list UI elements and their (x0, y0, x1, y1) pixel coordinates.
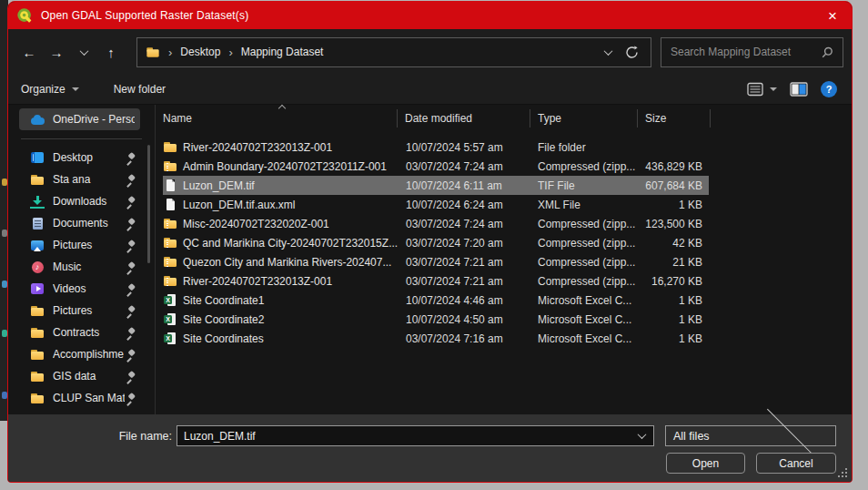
view-mode-button[interactable] (747, 82, 777, 97)
sidebar-item-downloads[interactable]: Downloads (19, 190, 140, 212)
sidebar-item-sta-ana[interactable]: Sta ana (19, 168, 140, 190)
file-row[interactable]: Luzon_DEM.tif10/07/2024 6:11 amTIF File6… (163, 176, 709, 195)
sidebar-item-onedrive-personal[interactable]: OneDrive - Personal (19, 108, 140, 130)
organize-button[interactable]: Organize (21, 83, 79, 96)
file-row[interactable]: Quezon City and Marikina Rivers-202407..… (163, 252, 709, 271)
sidebar-item-pictures[interactable]: Pictures (19, 234, 140, 256)
date-modified-cell: 03/07/2024 7:16 am (398, 332, 530, 345)
sidebar-item-gis-data[interactable]: GIS data (19, 365, 140, 387)
file-name-cell: River-20240702T232013Z-001 (163, 274, 398, 289)
main-area: OneDrive - PersonalDesktopSta anaDownloa… (8, 105, 852, 414)
type-cell: Microsoft Excel C... (530, 294, 638, 307)
file-type-select[interactable]: All files (665, 425, 836, 446)
file-name-combo (177, 425, 654, 446)
file-name-text: River-20240702T232013Z-001 (183, 141, 332, 154)
file-name-label: File name: (99, 430, 172, 443)
file-row[interactable]: River-20240702T232013Z-00110/07/2024 5:5… (163, 138, 709, 157)
sidebar-item-pictures[interactable]: Pictures (19, 300, 140, 322)
preview-pane-icon (790, 82, 808, 97)
downloads-icon (30, 194, 45, 209)
new-folder-button[interactable]: New folder (114, 83, 166, 96)
excel-icon (163, 312, 177, 327)
excel-icon (163, 332, 177, 346)
size-cell: 42 KB (638, 237, 709, 250)
date-modified-cell: 10/07/2024 4:46 am (398, 294, 530, 307)
sidebar-item-documents[interactable]: Documents (19, 212, 140, 234)
back-button[interactable]: ← (15, 39, 43, 65)
breadcrumb-item-desktop[interactable]: Desktop (180, 46, 220, 58)
folder-icon (30, 325, 45, 340)
size-cell: 21 KB (638, 256, 709, 269)
search-input[interactable] (671, 46, 822, 58)
search-icon (822, 46, 833, 58)
date-modified-cell: 03/07/2024 7:20 am (398, 237, 530, 250)
chevron-down-icon (770, 87, 777, 91)
file-row[interactable]: QC and Marikina City-20240702T232015Z...… (163, 233, 709, 252)
date-modified-cell: 10/07/2024 6:11 am (398, 179, 530, 192)
breadcrumb[interactable]: › Desktop › Mapping Dataset (136, 37, 651, 67)
search-box (661, 37, 843, 67)
breadcrumb-item-mapping-dataset[interactable]: Mapping Dataset (241, 46, 324, 58)
file-row[interactable]: Misc-20240702T232020Z-00103/07/2024 7:24… (163, 214, 709, 233)
pictures-icon (30, 238, 45, 252)
refresh-button[interactable] (620, 38, 643, 66)
file-name-cell: River-20240702T232013Z-001 (163, 140, 398, 155)
qgis-logo-icon (16, 7, 33, 24)
pin-icon (125, 219, 135, 229)
recent-locations-button[interactable] (70, 39, 97, 65)
file-row[interactable]: Admin Boundary-20240702T232011Z-00103/07… (163, 157, 709, 176)
title-bar: Open GDAL Supported Raster Dataset(s) × (8, 2, 852, 29)
forward-button[interactable]: → (43, 39, 70, 65)
open-button[interactable]: Open (666, 453, 745, 474)
file-row[interactable]: Luzon_DEM.tif.aux.xml10/07/2024 6:24 amX… (163, 195, 709, 214)
sidebar-item-clup-san-mat[interactable]: CLUP San Mat (19, 387, 140, 409)
column-header-name[interactable]: Name (156, 109, 398, 128)
help-button[interactable]: ? (821, 81, 837, 97)
sidebar-item-accomplishme[interactable]: Accomplishme (19, 343, 140, 365)
sidebar-item-desktop[interactable]: Desktop (19, 147, 140, 168)
folder-icon (30, 369, 45, 383)
excel-icon (163, 293, 177, 308)
up-button[interactable]: ↑ (97, 39, 125, 65)
resize-grip[interactable] (838, 468, 847, 477)
sidebar-item-label: Accomplishme (53, 348, 125, 361)
file-type-value: All files (666, 430, 751, 443)
sidebar-item-music[interactable]: Music (19, 256, 140, 278)
date-modified-cell: 10/07/2024 5:57 am (398, 141, 530, 154)
folder-icon (30, 391, 45, 405)
file-row[interactable]: Site Coordinates03/07/2024 7:16 amMicros… (163, 329, 709, 348)
pin-icon (125, 393, 135, 403)
cancel-button[interactable]: Cancel (756, 453, 836, 474)
sidebar-scrollbar[interactable] (147, 145, 150, 263)
file-name-cell: QC and Marikina City-20240702T232015Z... (163, 236, 398, 250)
type-cell: Compressed (zipp... (530, 275, 638, 288)
date-modified-cell: 10/07/2024 4:50 am (398, 313, 530, 326)
dialog-footer: File name: All files Open Cancel (8, 414, 852, 482)
type-cell: File folder (530, 141, 638, 154)
size-cell: 1 KB (638, 199, 709, 211)
column-header-size[interactable]: Size (638, 109, 711, 128)
file-name-cell: Site Coordinate1 (163, 293, 398, 308)
chevron-down-icon (79, 46, 88, 56)
file-name-cell: Luzon_DEM.tif (163, 179, 398, 193)
date-modified-cell: 03/07/2024 7:21 am (398, 275, 530, 288)
address-dropdown-button[interactable] (596, 38, 620, 66)
file-name-dropdown-button[interactable] (630, 426, 653, 445)
column-header-type[interactable]: Type (530, 109, 638, 128)
sidebar-item-contracts[interactable]: Contracts (19, 322, 140, 343)
file-row[interactable]: River-20240702T232013Z-00103/07/2024 7:2… (163, 271, 709, 291)
file-name-cell: Quezon City and Marikina Rivers-202407..… (163, 255, 398, 270)
column-header-date-modified[interactable]: Date modified (398, 109, 530, 128)
file-name-cell: Site Coordinate2 (163, 312, 398, 327)
close-button[interactable]: × (813, 2, 852, 29)
file-name-input[interactable] (177, 430, 630, 443)
zip-icon (163, 217, 177, 231)
pin-icon (125, 175, 135, 185)
file-row[interactable]: Site Coordinate210/07/2024 4:50 amMicros… (163, 310, 709, 329)
preview-pane-button[interactable] (790, 82, 808, 97)
chevron-down-icon (751, 426, 835, 445)
file-row[interactable]: Site Coordinate110/07/2024 4:46 amMicros… (163, 291, 709, 310)
sidebar-item-videos[interactable]: Videos (19, 278, 140, 300)
type-cell: XML File (530, 199, 638, 211)
file-list-pane: Name Date modified Type Size River-20240… (156, 105, 852, 414)
